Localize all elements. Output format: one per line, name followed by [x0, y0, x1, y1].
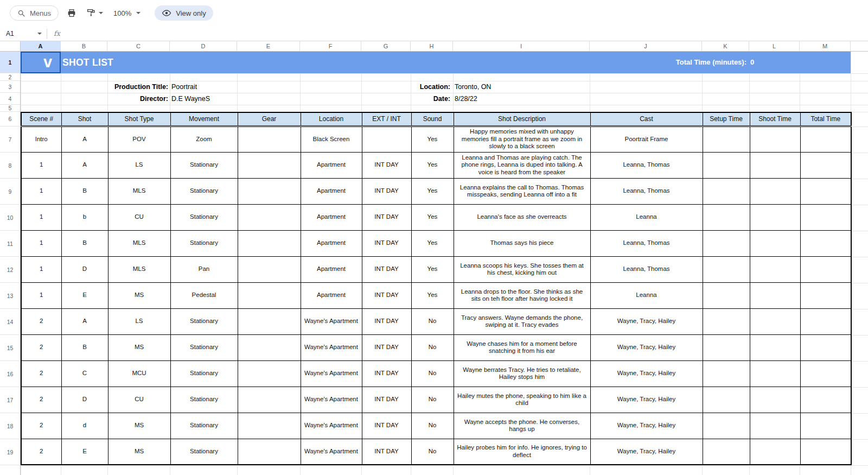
table-cell[interactable]: Apartment — [301, 204, 362, 230]
table-cell[interactable]: 1 — [21, 204, 61, 230]
table-cell[interactable]: INT DAY — [362, 178, 411, 204]
table-cell[interactable]: Wayne's Apartment — [301, 413, 362, 439]
table-cell[interactable]: Leanna and Thomas are playing catch. The… — [454, 152, 590, 178]
table-cell[interactable]: Yes — [411, 282, 454, 308]
table-cell[interactable]: LS — [108, 308, 170, 334]
table-cell[interactable]: Yes — [411, 204, 454, 230]
table-cell[interactable] — [238, 334, 301, 360]
table-cell[interactable] — [800, 152, 851, 178]
column-header-C[interactable]: C — [107, 41, 170, 51]
table-cell[interactable] — [750, 387, 800, 413]
column-header-L[interactable]: L — [749, 41, 800, 51]
location-value[interactable]: Toronto, ON — [455, 81, 491, 93]
table-cell[interactable]: 2 — [21, 308, 61, 334]
table-cell[interactable] — [238, 387, 301, 413]
table-cell[interactable] — [238, 413, 301, 439]
paint-format-button[interactable] — [85, 7, 105, 20]
table-cell[interactable]: Apartment — [301, 152, 362, 178]
table-cell[interactable]: INT DAY — [362, 256, 411, 282]
table-cell[interactable]: Stationary — [170, 308, 238, 334]
table-cell[interactable]: 1 — [21, 256, 61, 282]
location-label[interactable]: Location: — [420, 81, 450, 93]
table-cell[interactable]: MLS — [108, 230, 170, 256]
table-cell[interactable] — [703, 387, 750, 413]
row-header-13[interactable]: 13 — [0, 283, 20, 309]
table-cell[interactable]: Yes — [411, 230, 454, 256]
table-header-cell[interactable]: Sound — [411, 112, 454, 126]
table-cell[interactable]: E — [61, 282, 108, 308]
table-cell[interactable]: Yes — [411, 256, 454, 282]
row-header-9[interactable]: 9 — [0, 179, 20, 205]
table-cell[interactable]: Yes — [411, 152, 454, 178]
table-cell[interactable]: Apartment — [301, 256, 362, 282]
table-cell[interactable]: Yes — [411, 126, 454, 152]
column-header-F[interactable]: F — [300, 41, 361, 51]
table-cell[interactable] — [238, 126, 301, 152]
row-header-16[interactable]: 16 — [0, 361, 20, 387]
column-header-D[interactable]: D — [170, 41, 237, 51]
table-cell[interactable]: MLS — [108, 256, 170, 282]
table-cell[interactable]: No — [411, 387, 454, 413]
table-cell[interactable]: Apartment — [301, 230, 362, 256]
title-band-cell[interactable]: v SHOT LIST Total Time (minutes): 0 — [21, 52, 851, 73]
table-cell[interactable]: C — [61, 360, 108, 387]
table-cell[interactable] — [703, 126, 750, 152]
table-cell[interactable] — [800, 282, 851, 308]
table-cell[interactable]: Leanna, Thomas — [590, 152, 703, 178]
table-cell[interactable] — [703, 282, 750, 308]
table-cell[interactable]: Wayne's Apartment — [301, 387, 362, 413]
row-header-8[interactable]: 8 — [0, 153, 20, 179]
table-cell[interactable] — [750, 439, 800, 465]
table-cell[interactable] — [800, 387, 851, 413]
table-cell[interactable]: B — [61, 334, 108, 360]
row-header-4[interactable]: 4 — [0, 93, 20, 105]
table-cell[interactable]: Leanna drops to the floor. She thinks as… — [454, 282, 590, 308]
table-cell[interactable]: 1 — [21, 178, 61, 204]
row-header-10[interactable]: 10 — [0, 205, 20, 231]
view-only-badge[interactable]: View only — [155, 5, 213, 21]
table-cell[interactable] — [800, 334, 851, 360]
table-cell[interactable] — [238, 256, 301, 282]
table-header-cell[interactable]: Shoot Time — [750, 112, 800, 126]
table-header-cell[interactable]: Scene # — [21, 112, 61, 126]
table-cell[interactable] — [800, 256, 851, 282]
table-cell[interactable]: 2 — [21, 360, 61, 387]
column-header-H[interactable]: H — [411, 41, 453, 51]
table-cell[interactable]: No — [411, 308, 454, 334]
table-cell[interactable]: Wayne's Apartment — [301, 308, 362, 334]
row-header-6[interactable]: 6 — [0, 112, 20, 126]
table-cell[interactable] — [800, 178, 851, 204]
table-header-cell[interactable]: EXT / INT — [362, 112, 411, 126]
table-cell[interactable] — [703, 413, 750, 439]
table-cell[interactable] — [238, 204, 301, 230]
row-header-18[interactable]: 18 — [0, 413, 20, 439]
select-all-corner[interactable] — [0, 41, 21, 52]
row-header-2[interactable]: 2 — [0, 73, 20, 81]
table-cell[interactable] — [703, 334, 750, 360]
table-cell[interactable]: CU — [108, 387, 170, 413]
table-cell[interactable]: D — [61, 387, 108, 413]
table-cell[interactable]: Stationary — [170, 413, 238, 439]
table-cell[interactable]: A — [61, 152, 108, 178]
table-cell[interactable]: MS — [108, 334, 170, 360]
table-cell[interactable] — [238, 152, 301, 178]
table-cell[interactable]: Stationary — [170, 387, 238, 413]
table-cell[interactable]: Pan — [170, 256, 238, 282]
table-cell[interactable]: Happy memories mixed with unhappy memori… — [454, 126, 590, 152]
table-cell[interactable]: B — [61, 178, 108, 204]
table-cell[interactable]: Pedestal — [170, 282, 238, 308]
table-cell[interactable]: No — [411, 413, 454, 439]
table-cell[interactable] — [750, 413, 800, 439]
table-cell[interactable]: Apartment — [301, 178, 362, 204]
director-value[interactable]: D.E WayneS — [171, 93, 210, 105]
table-cell[interactable]: INT DAY — [362, 204, 411, 230]
table-cell[interactable]: CU — [108, 204, 170, 230]
table-cell[interactable]: INT DAY — [362, 308, 411, 334]
table-cell[interactable] — [703, 204, 750, 230]
table-cell[interactable] — [800, 204, 851, 230]
column-header-I[interactable]: I — [453, 41, 590, 51]
column-header-B[interactable]: B — [61, 41, 107, 51]
column-header-A[interactable]: A — [21, 41, 61, 51]
table-cell[interactable] — [703, 178, 750, 204]
date-label[interactable]: Date: — [433, 93, 450, 105]
